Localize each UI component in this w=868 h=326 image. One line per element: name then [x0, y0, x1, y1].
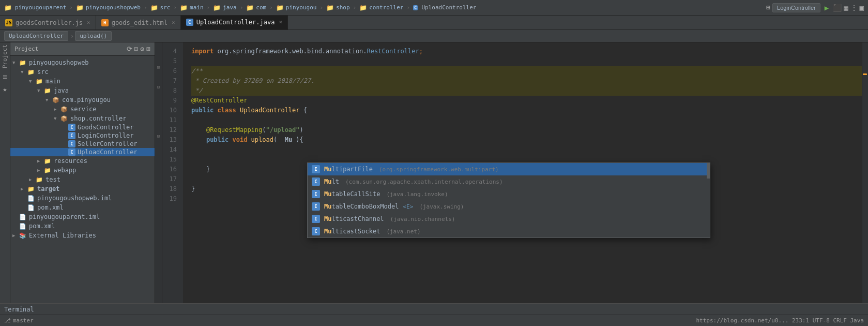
tree-item-shopweb[interactable]: ▼ 📁 pinyougoushopweb	[10, 58, 155, 67]
terminal-label[interactable]: Terminal	[4, 306, 34, 313]
tree-item-pom-root[interactable]: 📄 pom.xml	[10, 221, 155, 231]
fold-10[interactable]	[155, 101, 162, 111]
ac-item-multicastchannel[interactable]: I MulticastChannel (java.nio.channels)	[308, 213, 710, 225]
breadcrumb-shop[interactable]: shop	[336, 4, 350, 11]
token-RestController: RestController	[367, 47, 419, 56]
tree-item-com-pinyougou[interactable]: ▼ 📦 com.pinyougou	[10, 95, 155, 105]
token-indent-12	[191, 125, 206, 135]
fold-18[interactable]	[155, 180, 162, 190]
tree-label-ext-libs: External Libraries	[29, 232, 96, 239]
tab-close-uploadcontroller[interactable]: ×	[279, 19, 282, 25]
token-mu: Mu	[285, 135, 296, 145]
tree-item-src[interactable]: ▼ 📁 src	[10, 67, 155, 77]
tree-item-service[interactable]: ▶ 📦 service	[10, 105, 155, 114]
ac-item-multicastsocket[interactable]: C MulticastSocket (java.net)	[308, 225, 710, 238]
tab-uploadcontroller-java[interactable]: C UploadController.java ×	[181, 16, 288, 29]
tree-label-uploadcontroller: UploadController	[78, 149, 138, 156]
more-icon[interactable]: ⋮	[850, 4, 858, 12]
run-button[interactable]: ▶	[823, 4, 831, 12]
fold-6[interactable]: ⊟	[155, 62, 162, 72]
fold-14[interactable]	[155, 141, 162, 151]
cb-controller[interactable]: UploadController	[4, 31, 68, 41]
fold-15[interactable]	[155, 151, 162, 160]
coverage-icon[interactable]: ▦	[844, 4, 848, 12]
ac-item-mult[interactable]: C Mult (com.sun.org.apache.xpath.interna…	[308, 175, 710, 188]
fold-13[interactable]: ⊟	[155, 131, 162, 141]
breadcrumb-src[interactable]: src	[160, 4, 171, 11]
sync-icon[interactable]: ⟳	[127, 45, 132, 53]
sidebar-title: Project	[14, 46, 38, 52]
ac-item-mutablecallsite[interactable]: I MutableCallSite (java.lang.invoke)	[308, 188, 710, 200]
favorites-icon[interactable]: ★	[3, 85, 7, 93]
fold-19[interactable]	[155, 190, 162, 200]
tab-close-goods-edit[interactable]: ×	[172, 19, 175, 26]
fold-11[interactable]	[155, 111, 162, 121]
fold-8[interactable]: ⊟	[155, 82, 162, 92]
tab-goods-edit-html[interactable]: H goods_edit.html ×	[96, 16, 181, 29]
ac-icon-multipartfile: I	[312, 165, 320, 173]
breadcrumb-sep-6: ›	[319, 4, 323, 11]
tree-item-test[interactable]: ▶ 📁 test	[10, 175, 155, 184]
breadcrumb-controller[interactable]: controller	[369, 4, 403, 11]
fold-12[interactable]	[155, 121, 162, 131]
terminal-bar[interactable]: Terminal	[0, 303, 868, 315]
tab-close-goodscontrollerjs[interactable]: ×	[87, 19, 90, 26]
code-line-9: @RestController	[191, 96, 862, 106]
sidebar: Project ⟳ ⊟ ⚙ ⊞ ▼ 📁 pinyougoushopweb ▼ 📁	[10, 42, 155, 303]
ac-name-multipartfile: MultipartFile	[324, 165, 373, 174]
tree-item-main[interactable]: ▼ 📁 main	[10, 77, 155, 86]
fold-7[interactable]	[155, 72, 162, 82]
breadcrumb-main[interactable]: main	[190, 4, 204, 11]
login-controller-dropdown[interactable]: LoginController	[772, 3, 820, 12]
fold-5[interactable]	[155, 52, 162, 62]
fold-4[interactable]	[155, 42, 162, 52]
breadcrumb-sep-8: ›	[406, 4, 410, 11]
layout-icon[interactable]: ▣	[860, 4, 864, 12]
tree-item-logincontroller[interactable]: C LoginController	[10, 131, 155, 140]
breadcrumb-com[interactable]: com	[256, 4, 266, 11]
expand-icon[interactable]: ⊞	[146, 45, 150, 53]
tree-arrow-ext-libs: ▶	[12, 233, 19, 238]
ac-item-mutablecomboboxmodel[interactable]: I MutableComboBoxModel<E> (javax.swing)	[308, 200, 710, 213]
breadcrumb-folder-icon-9: 📁	[359, 4, 367, 11]
breadcrumb-java[interactable]: java	[223, 4, 237, 11]
tree-item-target[interactable]: ▶ 📁 target	[10, 184, 155, 194]
token-paren-close-13: ){	[296, 135, 303, 145]
ac-item-multipartfile[interactable]: I MultipartFile (org.springframework.web…	[308, 163, 710, 175]
tree-arrow-shopweb: ▼	[12, 60, 19, 65]
tree-item-shopweb-iml[interactable]: 📄 pinyougoushopweb.iml	[10, 194, 155, 203]
tree-item-sellercontroller[interactable]: C SellerController	[10, 140, 155, 148]
settings-icon[interactable]: ⚙	[140, 45, 144, 53]
tree-label-shop-controller: shop.controller	[70, 115, 126, 122]
structure-left-icon[interactable]: ≡	[3, 72, 7, 81]
cb-method[interactable]: upload()	[75, 31, 112, 41]
project-icon[interactable]: Project	[2, 45, 8, 68]
tree-item-java[interactable]: ▼ 📁 java	[10, 86, 155, 95]
tree-item-goodscontroller[interactable]: C GoodsController	[10, 123, 155, 131]
line-num-17: 17	[162, 174, 180, 184]
tree-item-shop-controller[interactable]: ▼ 📦 shop.controller	[10, 114, 155, 123]
breadcrumb-uploadcontroller[interactable]: UploadController	[421, 4, 476, 11]
breadcrumb-pinyougoushopweb[interactable]: pinyougoushopweb	[86, 4, 141, 11]
fold-16[interactable]	[155, 160, 162, 170]
editor-wrapper: ⊟ ⊟ ⊟ 4 5 6 7 8	[155, 42, 868, 303]
tree-item-external-libraries[interactable]: ▶ 📚 External Libraries	[10, 231, 155, 240]
fold-9[interactable]	[155, 92, 162, 101]
tree-item-resources[interactable]: ▶ 📁 resources	[10, 156, 155, 166]
code-content[interactable]: import org.springframework.web.bind.anno…	[183, 42, 862, 303]
tree-item-uploadcontroller[interactable]: C UploadController	[10, 148, 155, 156]
tab-goodscontrollerjs[interactable]: JS goodsController.js ×	[0, 16, 96, 29]
tree-item-webapp[interactable]: ▶ 📁 webapp	[10, 166, 155, 175]
ac-icon-mutablecomboboxmodel: I	[312, 202, 320, 211]
tree-arrow-java: ▼	[37, 88, 43, 93]
debug-icon[interactable]: ⬛	[833, 4, 842, 12]
tree-item-parent-iml[interactable]: 📄 pinyougouparent.iml	[10, 212, 155, 221]
collapse-icon[interactable]: ⊟	[134, 45, 139, 53]
xml-icon-pom-root: 📄	[19, 222, 27, 230]
breadcrumb-pinyougou[interactable]: pinyougou	[286, 4, 317, 11]
tree-item-pom-nested[interactable]: 📄 pom.xml	[10, 203, 155, 212]
breadcrumb-pinyougouparent[interactable]: pinyougouparent	[15, 4, 66, 11]
fold-17[interactable]	[155, 170, 162, 180]
tree-label-test: test	[45, 176, 60, 183]
package-icon-service: 📦	[60, 105, 68, 113]
